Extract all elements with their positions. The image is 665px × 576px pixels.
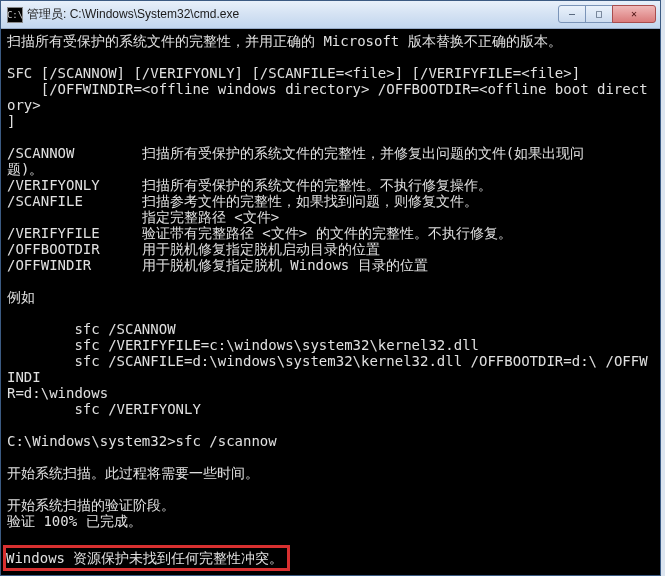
cmd-window: C:\ 管理员: C:\Windows\System32\cmd.exe — □… [0, 0, 661, 576]
titlebar[interactable]: C:\ 管理员: C:\Windows\System32\cmd.exe — □… [1, 1, 660, 29]
output-line: [/OFFWINDIR=<offline windows directory> … [7, 81, 648, 113]
output-line: /SCANNOW 扫描所有受保护的系统文件的完整性，并修复出问题的文件(如果出现… [7, 145, 584, 161]
output-line: /VERIFYFILE 验证带有完整路径 <文件> 的文件的完整性。不执行修复。 [7, 225, 512, 241]
result-highlight: Windows 资源保护未找到任何完整性冲突。 [3, 545, 290, 571]
close-button[interactable]: ✕ [612, 5, 656, 23]
prompt-line: C:\Windows\system32>sfc /scannow [7, 433, 277, 449]
terminal-output[interactable]: 扫描所有受保护的系统文件的完整性，并用正确的 Microsoft 版本替换不正确… [1, 29, 660, 575]
output-line: /SCANFILE 扫描参考文件的完整性，如果找到问题，则修复文件。 [7, 193, 478, 209]
minimize-button[interactable]: — [558, 5, 586, 23]
output-line: 开始系统扫描的验证阶段。 [7, 497, 175, 513]
output-line: sfc /VERIFYONLY [7, 401, 201, 417]
maximize-button[interactable]: □ [585, 5, 613, 23]
cmd-icon: C:\ [7, 7, 23, 23]
output-line: SFC [/SCANNOW] [/VERIFYONLY] [/SCANFILE=… [7, 65, 580, 81]
window-controls: — □ ✕ [559, 5, 656, 25]
output-line: /OFFBOOTDIR 用于脱机修复指定脱机启动目录的位置 [7, 241, 380, 257]
output-line: 验证 100% 已完成。 [7, 513, 142, 529]
output-line: R=d:\windows [7, 385, 108, 401]
result-text: Windows 资源保护未找到任何完整性冲突。 [6, 550, 283, 566]
output-line: ] [7, 113, 15, 129]
output-line: 扫描所有受保护的系统文件的完整性，并用正确的 Microsoft 版本替换不正确… [7, 33, 562, 49]
output-line: 开始系统扫描。此过程将需要一些时间。 [7, 465, 259, 481]
output-line: sfc /VERIFYFILE=c:\windows\system32\kern… [7, 337, 479, 353]
window-title: 管理员: C:\Windows\System32\cmd.exe [27, 6, 559, 23]
output-line: /OFFWINDIR 用于脱机修复指定脱机 Windows 目录的位置 [7, 257, 428, 273]
output-line: /VERIFYONLY 扫描所有受保护的系统文件的完整性。不执行修复操作。 [7, 177, 492, 193]
output-line: 题)。 [7, 161, 43, 177]
output-line: 例如 [7, 289, 35, 305]
output-line: sfc /SCANNOW [7, 321, 176, 337]
output-line: 指定完整路径 <文件> [7, 209, 279, 225]
output-line: sfc /SCANFILE=d:\windows\system32\kernel… [7, 353, 648, 385]
